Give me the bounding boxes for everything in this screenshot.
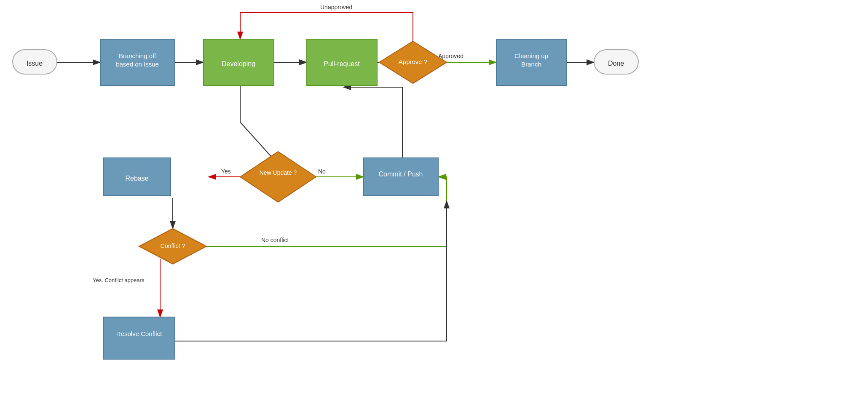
cleaningup-label2: Branch: [521, 61, 541, 68]
no-label: No: [318, 168, 326, 175]
conflict-label: Conflict ?: [161, 243, 185, 249]
yes-conflict-label: Yes. Conflict appears: [93, 277, 145, 283]
newupdate-label: New Update ?: [260, 169, 297, 176]
commitpush-label: Commit / Push: [379, 171, 423, 178]
developing-label: Developing: [222, 60, 255, 67]
approve-label: Approve ?: [399, 58, 427, 65]
arrow-resolveconflict-to-commitpush: [175, 201, 447, 341]
issue-label: Issue: [27, 60, 43, 67]
cleaningup-label: Cleaning up: [514, 52, 548, 59]
branching-label2: based on Issue: [116, 61, 159, 68]
newupdate-node: [240, 152, 316, 202]
pullrequest-label: Pull-request: [324, 60, 360, 67]
no-conflict-label: No conflict: [261, 237, 289, 243]
done-label: Done: [608, 60, 624, 67]
rebase-label: Rebase: [125, 175, 148, 182]
resolveconflict-node: [103, 317, 175, 359]
arrow-unapproved: [240, 13, 413, 42]
yes-label: Yes: [221, 168, 231, 175]
approved-label: Approved: [438, 53, 463, 59]
unapproved-label: Unapproved: [320, 4, 352, 11]
resolveconflict-label: Resolve Conflict: [116, 330, 162, 337]
branching-label: Branching off: [119, 52, 156, 59]
